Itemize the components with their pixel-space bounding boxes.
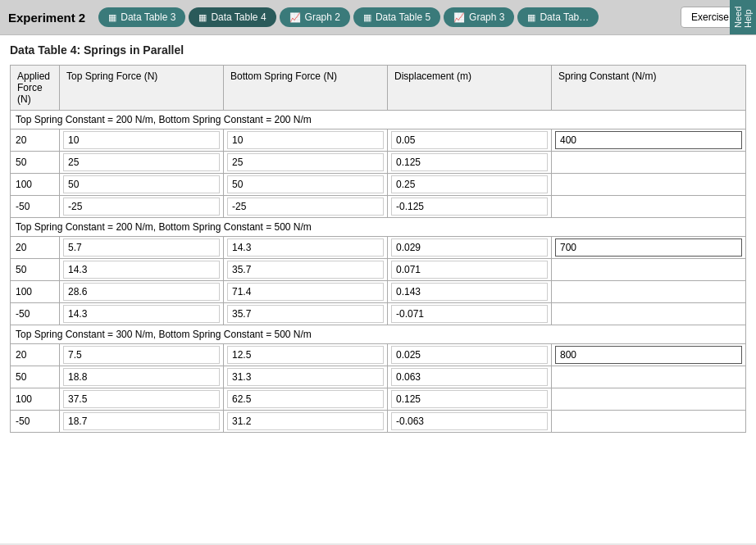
- table-row: 100: [11, 174, 746, 196]
- applied-force-cell: -50: [11, 411, 60, 433]
- table-row: -50: [11, 196, 746, 218]
- bottom-spring-input[interactable]: [227, 198, 384, 216]
- bottom-spring-input[interactable]: [227, 305, 384, 323]
- applied-force-cell: 100: [11, 281, 60, 303]
- top-spring-input[interactable]: [63, 198, 220, 216]
- tab-graph-2[interactable]: 📈 Graph 2: [280, 7, 350, 27]
- applied-force-cell: 100: [11, 174, 60, 196]
- bottom-spring-input[interactable]: [227, 390, 384, 408]
- displacement-input[interactable]: [391, 131, 548, 149]
- table-row: 50: [11, 366, 746, 388]
- table-row: 20: [11, 237, 746, 259]
- bottom-spring-input[interactable]: [227, 175, 384, 193]
- col-header-bottom-spring: Bottom Spring Force (N): [224, 66, 388, 111]
- displacement-input[interactable]: [391, 368, 548, 386]
- applied-force-cell: 20: [11, 344, 60, 366]
- bottom-spring-input[interactable]: [227, 261, 384, 279]
- bottom-spring-input[interactable]: [227, 368, 384, 386]
- table-row: -50: [11, 303, 746, 325]
- top-spring-input[interactable]: [63, 175, 220, 193]
- table-icon: ▦: [363, 12, 371, 23]
- data-table: AppliedForce(N) Top Spring Force (N) Bot…: [10, 65, 746, 433]
- bottom-spring-input[interactable]: [227, 238, 384, 257]
- need-help-button[interactable]: Need Help: [730, 0, 756, 34]
- bottom-spring-input[interactable]: [227, 283, 384, 301]
- displacement-input[interactable]: [391, 238, 548, 257]
- bottom-spring-input[interactable]: [227, 346, 384, 364]
- top-spring-input[interactable]: [63, 346, 220, 364]
- displacement-input[interactable]: [391, 198, 548, 216]
- section-header-0: Top Spring Constant = 200 N/m, Bottom Sp…: [11, 111, 746, 129]
- tab-data-table-4[interactable]: ▦ Data Table 4: [189, 7, 276, 27]
- tab-data-table-5[interactable]: ▦ Data Table 5: [353, 7, 440, 27]
- table-row: 20: [11, 129, 746, 152]
- bottom-spring-input[interactable]: [227, 153, 384, 171]
- applied-force-cell: -50: [11, 303, 60, 325]
- bottom-spring-input[interactable]: [227, 131, 384, 149]
- tab-bar: ▦ Data Table 3 ▦ Data Table 4 📈 Graph 2 …: [98, 7, 672, 27]
- displacement-input[interactable]: [391, 305, 548, 323]
- table-icon: ▦: [198, 12, 207, 23]
- top-spring-input[interactable]: [63, 153, 220, 171]
- displacement-input[interactable]: [391, 283, 548, 301]
- section-header-2: Top Spring Constant = 300 N/m, Bottom Sp…: [11, 325, 746, 344]
- main-content: Data Table 4: Springs in Parallel Applie…: [0, 35, 756, 543]
- page-title: Data Table 4: Springs in Parallel: [10, 43, 746, 57]
- applied-force-cell: -50: [11, 196, 60, 218]
- spring-constant-input[interactable]: [555, 346, 742, 364]
- table-row: -50: [11, 411, 746, 433]
- header: Experiment 2 ▦ Data Table 3 ▦ Data Table…: [0, 0, 756, 35]
- tab-data-table-3[interactable]: ▦ Data Table 3: [98, 7, 185, 27]
- top-spring-input[interactable]: [63, 131, 220, 149]
- displacement-input[interactable]: [391, 153, 548, 171]
- table-row: 100: [11, 281, 746, 303]
- graph-icon: 📈: [453, 12, 465, 23]
- displacement-input[interactable]: [391, 390, 548, 408]
- table-row: 100: [11, 388, 746, 411]
- col-header-top-spring: Top Spring Force (N): [60, 66, 224, 111]
- spring-constant-input[interactable]: [555, 238, 742, 257]
- spring-constant-input[interactable]: [555, 131, 742, 149]
- table-row: 20: [11, 344, 746, 366]
- applied-force-cell: 50: [11, 259, 60, 281]
- col-header-spring-constant: Spring Constant (N/m): [552, 66, 746, 111]
- applied-force-cell: 50: [11, 152, 60, 174]
- tab-graph-3[interactable]: 📈 Graph 3: [444, 7, 514, 27]
- table-icon: ▦: [527, 12, 535, 23]
- top-spring-input[interactable]: [63, 283, 220, 301]
- applied-force-cell: 20: [11, 237, 60, 259]
- displacement-input[interactable]: [391, 346, 548, 364]
- graph-icon: 📈: [289, 12, 301, 23]
- table-icon: ▦: [108, 12, 116, 23]
- table-row: 50: [11, 152, 746, 174]
- applied-force-cell: 50: [11, 366, 60, 388]
- col-header-applied-force: AppliedForce(N): [11, 66, 60, 111]
- applied-force-cell: 20: [11, 129, 60, 152]
- top-spring-input[interactable]: [63, 390, 220, 408]
- top-spring-input[interactable]: [63, 305, 220, 323]
- section-header-1: Top Spring Constant = 200 N/m, Bottom Sp…: [11, 218, 746, 237]
- top-spring-input[interactable]: [63, 261, 220, 279]
- app-title: Experiment 2: [8, 11, 85, 25]
- displacement-input[interactable]: [391, 175, 548, 193]
- displacement-input[interactable]: [391, 261, 548, 279]
- top-spring-input[interactable]: [63, 412, 220, 430]
- col-header-displacement: Displacement (m): [388, 66, 552, 111]
- table-row: 50: [11, 259, 746, 281]
- top-spring-input[interactable]: [63, 238, 220, 257]
- top-spring-input[interactable]: [63, 368, 220, 386]
- displacement-input[interactable]: [391, 412, 548, 430]
- bottom-spring-input[interactable]: [227, 412, 384, 430]
- applied-force-cell: 100: [11, 388, 60, 411]
- tab-data-tab-more[interactable]: ▦ Data Tab…: [517, 7, 599, 27]
